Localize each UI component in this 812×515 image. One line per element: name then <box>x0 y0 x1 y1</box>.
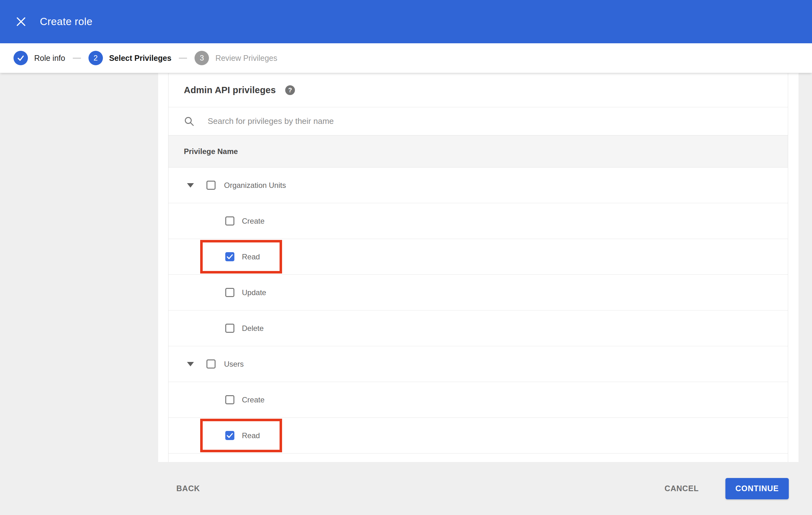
step-complete-circle <box>13 51 28 65</box>
dialog-titlebar: Create role <box>0 0 812 43</box>
close-icon[interactable] <box>14 15 28 29</box>
privilege-label: Create <box>242 395 264 404</box>
table-row-users-create: Create <box>169 382 788 418</box>
footer-bar: BACK CANCEL CONTINUE <box>0 462 812 515</box>
column-header-privilege-name: Privilege Name <box>184 147 238 156</box>
privilege-label: Delete <box>242 324 264 333</box>
table-row-org-create: Create <box>169 203 788 239</box>
content-sheet: Admin API privileges ? Privilege Name <box>158 73 799 462</box>
org-create-checkbox[interactable] <box>225 216 234 225</box>
org-update-checkbox[interactable] <box>225 288 234 297</box>
step-number-circle: 3 <box>195 51 209 65</box>
left-background-gutter <box>0 73 158 462</box>
step-connector <box>73 58 81 59</box>
cancel-button[interactable]: CANCEL <box>665 484 699 493</box>
check-icon <box>226 431 234 440</box>
table-row-org-delete: Delete <box>169 310 788 346</box>
annotation-highlight-box <box>200 240 282 273</box>
right-background-gutter <box>799 73 812 462</box>
check-icon <box>226 253 234 261</box>
continue-button[interactable]: CONTINUE <box>725 478 789 499</box>
privilege-label: Read <box>242 431 260 440</box>
step-role-info[interactable]: Role info <box>13 51 65 65</box>
privilege-label: Users <box>224 360 244 368</box>
privilege-label: Update <box>242 288 266 297</box>
table-row-users-read: Read <box>169 418 788 454</box>
organization-units-checkbox[interactable] <box>206 181 215 190</box>
panel-heading: Admin API privileges ? <box>169 73 788 107</box>
annotation-highlight-box <box>200 419 282 452</box>
table-row-org-read: Read <box>169 239 788 275</box>
privilege-label: Create <box>242 217 264 225</box>
search-input[interactable] <box>208 116 678 126</box>
step-connector <box>179 58 187 59</box>
main-area: Admin API privileges ? Privilege Name <box>0 73 812 462</box>
step-number-circle: 2 <box>88 51 103 65</box>
step-review-privileges[interactable]: 3 Review Privileges <box>195 51 277 65</box>
privilege-label: Organization Units <box>224 181 286 190</box>
step-label: Role info <box>34 54 65 63</box>
step-label: Select Privileges <box>109 54 172 63</box>
table-row-cutoff <box>169 454 788 462</box>
search-icon <box>184 116 195 127</box>
org-delete-checkbox[interactable] <box>225 324 234 333</box>
chevron-expand-icon[interactable] <box>187 362 194 366</box>
stepper: Role info 2 Select Privileges 3 Review P… <box>0 43 812 73</box>
privilege-search-row <box>169 107 788 135</box>
back-button[interactable]: BACK <box>176 484 200 493</box>
users-create-checkbox[interactable] <box>225 395 234 404</box>
table-row-org-update: Update <box>169 275 788 310</box>
page-title: Create role <box>40 16 92 28</box>
section-title: Admin API privileges <box>184 85 276 95</box>
users-checkbox[interactable] <box>206 359 215 368</box>
chevron-expand-icon[interactable] <box>187 183 194 187</box>
table-row-users: Users <box>169 346 788 382</box>
help-icon[interactable]: ? <box>285 85 295 95</box>
step-label: Review Privileges <box>215 54 277 63</box>
check-icon <box>17 54 25 62</box>
table-row-organization-units: Organization Units <box>169 168 788 203</box>
step-select-privileges[interactable]: 2 Select Privileges <box>88 51 172 65</box>
org-read-checkbox[interactable] <box>225 252 234 261</box>
privileges-panel: Admin API privileges ? Privilege Name <box>168 73 788 462</box>
privilege-label: Read <box>242 252 260 261</box>
table-header-row: Privilege Name <box>169 135 788 168</box>
create-role-dialog: Create role Role info 2 Select Privilege… <box>0 0 812 515</box>
users-read-checkbox[interactable] <box>225 431 234 440</box>
